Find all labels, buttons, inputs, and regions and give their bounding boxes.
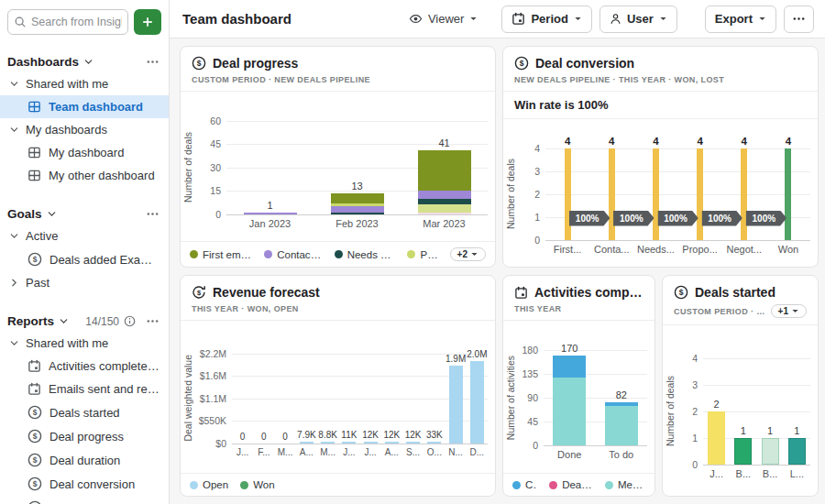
sidebar-nav: DashboardsShared with meTeam dashboardMy… <box>0 51 169 504</box>
legend-item-open[interactable]: Open <box>190 479 228 490</box>
y-tick-label: $2.2M <box>200 348 226 359</box>
bar-needs: 4 <box>633 148 677 240</box>
info-icon[interactable] <box>124 315 136 327</box>
sidebar-item-deals-started[interactable]: $Deals started <box>0 400 169 424</box>
y-tick-label: $0 <box>215 438 226 449</box>
y-tick-label: 1 <box>692 433 698 444</box>
deal-icon: $ <box>28 500 42 504</box>
bar-b: 1 <box>757 358 784 465</box>
item-label: Deals started <box>50 406 120 420</box>
more-button[interactable] <box>784 5 814 33</box>
deal-icon: $ <box>28 477 42 491</box>
legend-item-contact-made[interactable]: Contact Made <box>264 249 322 260</box>
section-menu-button[interactable] <box>146 55 160 69</box>
bar-a: 7.9K <box>296 354 317 444</box>
group-label: Active <box>26 229 58 243</box>
sidebar-group-shared-with-me[interactable]: Shared with me <box>0 332 169 355</box>
period-button[interactable]: Period <box>501 5 591 33</box>
chart-body: 1801359045017082DoneTo do <box>518 335 647 460</box>
sidebar-group-past[interactable]: Past <box>0 271 169 294</box>
legend-item-needs-defined[interactable]: Needs Defined <box>335 249 396 260</box>
y-tick-label: 180 <box>522 345 538 356</box>
bar-stack <box>418 150 471 214</box>
sidebar-item-activities-completed-an[interactable]: Activities completed an... <box>0 355 169 378</box>
x-tick-label: Conta... <box>589 244 633 255</box>
chart-body: 432102111J...B...B...L... <box>677 344 810 479</box>
sidebar-item-deal-conversion[interactable]: $Deal conversion <box>0 472 169 496</box>
x-tick-label: O... <box>424 447 445 457</box>
section-menu-button[interactable] <box>146 314 160 328</box>
sidebar-item-my-dashboard[interactable]: My dashboard <box>0 141 169 164</box>
section-header-goals[interactable]: Goals <box>0 203 169 225</box>
section-header-dashboards[interactable]: Dashboards <box>0 51 169 72</box>
section-menu-button[interactable] <box>146 207 160 221</box>
bar-value-label: 4 <box>697 136 702 147</box>
filters-more-pill[interactable]: +1 <box>771 304 807 318</box>
search-input[interactable] <box>31 16 122 28</box>
y-tick-label: 0 <box>692 459 698 470</box>
user-button[interactable]: User <box>600 5 677 33</box>
legend-item-first-email-sent[interactable]: First email sent <box>190 249 252 260</box>
sidebar-item-deal-duration[interactable]: $Deal duration <box>0 448 169 472</box>
legend-item-meeting[interactable]: Meeting <box>605 479 645 490</box>
item-label: Deals won over time <box>50 501 158 504</box>
bar-value-label: 1 <box>767 425 773 436</box>
sidebar-item-emails-sent-and-received[interactable]: Emails sent and received <box>0 378 169 400</box>
conversion-rate-badge: 100% <box>569 211 610 226</box>
sidebar-item-deal-progress[interactable]: $Deal progress <box>0 424 169 448</box>
sidebar-item-deals-won-over-time[interactable]: $Deals won over time <box>0 496 169 504</box>
svg-text:$: $ <box>679 288 684 297</box>
add-button[interactable] <box>134 9 161 35</box>
sidebar-item-team-dashboard[interactable]: Team dashboard <box>0 95 169 118</box>
chevron-down-icon <box>59 316 69 326</box>
legend-item-won[interactable]: Won <box>240 479 274 490</box>
viewer-dropdown[interactable]: Viewer <box>409 12 478 26</box>
caret-down-icon <box>791 307 799 315</box>
y-tick-label: 135 <box>522 368 538 379</box>
bar-value-label: 12K <box>405 430 422 440</box>
sidebar-item-my-other-dashboard[interactable]: My other dashboard <box>0 164 169 187</box>
chevron-down-icon <box>9 338 19 348</box>
group-label: Past <box>26 276 50 290</box>
sidebar-group-active[interactable]: Active <box>0 225 169 247</box>
chevron-right-icon <box>9 278 19 288</box>
card-title: Activities complete... <box>534 285 644 300</box>
content-column: Team dashboard Viewer Period User Export <box>170 0 825 504</box>
viewer-label: Viewer <box>428 12 465 26</box>
deal-icon: $ <box>28 405 42 420</box>
legend-item-call[interactable]: Call <box>512 479 537 490</box>
y-axis-title: Number of deals <box>182 132 195 203</box>
legend-dot <box>240 481 248 489</box>
y-tick-label: 2 <box>692 406 698 417</box>
section-header-reports[interactable]: Reports14/150 <box>0 311 169 332</box>
deal-progress-chart: Number of deals60453015011341Jan 2023Feb… <box>181 92 495 241</box>
legend-more-pill[interactable]: +2 <box>450 247 486 261</box>
card-header: $ Deal progress <box>181 47 495 72</box>
bar-stack <box>697 148 703 240</box>
legend-item-propo[interactable]: Propo <box>407 249 437 260</box>
x-tick-label: Negot... <box>722 244 766 255</box>
export-button[interactable]: Export <box>705 5 776 33</box>
sidebar-section-dashboards: DashboardsShared with meTeam dashboardMy… <box>0 51 169 187</box>
y-axis: 18013590450 <box>518 335 544 445</box>
x-tick-label: Done <box>544 449 596 460</box>
page-title: Team dashboard <box>182 11 292 27</box>
legend-item-deadline[interactable]: Deadline <box>549 479 593 490</box>
caret-down-icon <box>470 250 478 258</box>
item-label: Deal conversion <box>50 477 135 491</box>
bar-stack <box>708 411 725 465</box>
y-tick-label: 1 <box>534 212 540 223</box>
sidebar-item-deals-added-example-t[interactable]: $Deals added Example t... <box>0 247 169 271</box>
sidebar-group-shared-with-me[interactable]: Shared with me <box>0 72 169 95</box>
plot-column: 2111J...B...B...L... <box>703 344 810 479</box>
bars: 11341 <box>226 121 488 214</box>
sidebar-group-my-dashboards[interactable]: My dashboards <box>0 118 169 141</box>
bar-o: 33K <box>424 354 445 444</box>
search-box[interactable] <box>7 9 128 35</box>
bar-value-label: 82 <box>616 389 627 400</box>
svg-text:$: $ <box>520 59 524 68</box>
bar-value-label: 4 <box>742 136 747 147</box>
bar-stack <box>553 356 586 445</box>
legend-label: Meeting <box>618 479 645 490</box>
user-label: User <box>627 12 654 26</box>
